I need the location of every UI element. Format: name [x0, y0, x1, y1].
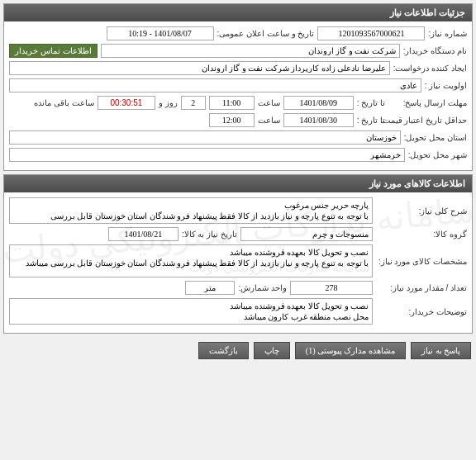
time-label-2: ساعت: [258, 116, 280, 125]
spec-label: مشخصات کالای مورد نیاز:: [376, 257, 467, 266]
action-button-bar: پاسخ به نیاز مشاهده مدارک پیوستی (1) چاپ…: [0, 337, 476, 364]
qty-field[interactable]: [290, 281, 373, 295]
desc-field[interactable]: پارچه حریر جنس مرغوببا توجه به تنوع پارچ…: [9, 197, 373, 224]
creator-field[interactable]: [9, 61, 390, 75]
buyer-label: نام دستگاه خریدار:: [403, 46, 467, 55]
time-label-1: ساعت: [258, 98, 280, 107]
respond-button[interactable]: پاسخ به نیاز: [411, 342, 471, 359]
remain-days-field: [181, 96, 206, 110]
need-details-panel: جزئیات اطلاعات نیاز شماره نیاز: تاریخ و …: [3, 3, 473, 171]
announce-field[interactable]: [107, 26, 214, 40]
group-label: گروه کالا:: [376, 230, 467, 239]
priority-field[interactable]: [9, 78, 421, 92]
validity-date-field[interactable]: [283, 113, 354, 127]
province-field[interactable]: [9, 130, 401, 145]
remain-time-counter: 00:30:51: [98, 96, 155, 110]
remain-label: ساعت باقی مانده: [34, 98, 94, 107]
to-date-label: تا تاریخ :: [357, 98, 385, 107]
goods-info-header: اطلاعات کالاهای مورد نیاز: [4, 175, 472, 192]
priority-label: اولویت نیاز :: [425, 81, 467, 90]
group-field[interactable]: [240, 227, 373, 241]
goods-info-panel: اطلاعات کالاهای مورد نیاز شرح کلی نیاز: …: [3, 174, 473, 334]
notes-field[interactable]: نصب و تحویل کالا بعهده فروشنده میباشدمحل…: [9, 298, 373, 325]
unit-field[interactable]: [185, 281, 235, 295]
contact-buyer-button[interactable]: اطلاعات تماس خریدار: [9, 44, 98, 58]
attachments-button[interactable]: مشاهده مدارک پیوستی (1): [295, 342, 406, 359]
qty-label: تعداد / مقدار مورد نیاز:: [376, 283, 467, 292]
spec-field[interactable]: نصب و تحویل کالا بعهده فروشنده میباشدبا …: [9, 244, 373, 277]
city-field[interactable]: [9, 148, 405, 162]
unit-label: واحد شمارش:: [238, 283, 287, 292]
city-label: شهر محل تحویل:: [408, 150, 467, 159]
validity-label: حداقل تاریخ اعتبار قیمت:: [388, 116, 467, 125]
need-date-label: تاریخ نیاز به کالا:: [182, 230, 237, 239]
buyer-field[interactable]: [101, 44, 400, 58]
need-number-field[interactable]: [317, 26, 425, 40]
back-button[interactable]: بازگشت: [198, 342, 249, 359]
days-and-label: روز و: [159, 98, 178, 107]
validity-time-field[interactable]: [209, 113, 255, 127]
deadline-label: مهلت ارسال پاسخ:: [388, 98, 467, 107]
need-date-field[interactable]: [108, 227, 178, 241]
creator-label: ایجاد کننده درخواست:: [393, 64, 467, 73]
notes-label: توضیحات خریدار:: [376, 307, 467, 316]
print-button[interactable]: چاپ: [254, 342, 290, 359]
to-date-label-2: تا تاریخ :: [357, 116, 385, 125]
province-label: استان محل تحویل:: [404, 133, 467, 142]
need-number-label: شماره نیاز:: [428, 29, 467, 38]
need-details-header: جزئیات اطلاعات نیاز: [4, 4, 472, 21]
deadline-date-field[interactable]: [283, 96, 354, 110]
announce-label: تاریخ و ساعت اعلان عمومی:: [217, 29, 315, 38]
desc-label: شرح کلی نیاز:: [376, 206, 467, 216]
deadline-time-field[interactable]: [209, 96, 255, 110]
